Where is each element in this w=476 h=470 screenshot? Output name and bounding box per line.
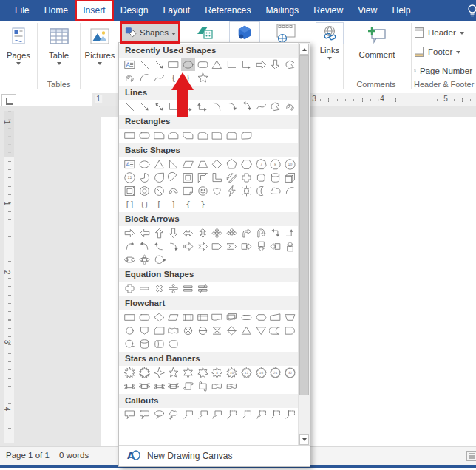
shape-equal[interactable]: [181, 282, 196, 295]
shape-chevron-arrow[interactable]: [225, 240, 239, 253]
shape-star-5[interactable]: [195, 72, 210, 84]
shape-block-arc[interactable]: [166, 185, 181, 197]
shape-cube[interactable]: [283, 171, 298, 184]
shape-rectangular-callout[interactable]: [123, 409, 137, 421]
shape-multiply[interactable]: [152, 282, 166, 295]
shape-manual-input[interactable]: [268, 311, 283, 324]
shape-chord[interactable]: [166, 171, 181, 184]
shape-curve[interactable]: [254, 101, 268, 113]
shape-trapezoid[interactable]: [195, 158, 210, 171]
shape-quad-arrow[interactable]: [210, 227, 225, 239]
shape-off-page-connector[interactable]: [137, 324, 152, 337]
shape-star-16[interactable]: 16: [254, 367, 268, 379]
links-button[interactable]: Links: [313, 22, 346, 60]
shape-line-callout-1-no-border[interactable]: [225, 409, 239, 421]
shape-lightning-bolt[interactable]: [225, 185, 239, 197]
shape-star-10[interactable]: 10: [225, 367, 239, 379]
shape-double-bracket[interactable]: []: [123, 198, 137, 211]
shape-bevel[interactable]: [123, 185, 137, 197]
shape-elbow-connector[interactable]: [166, 101, 181, 113]
shape-heart[interactable]: [210, 185, 225, 197]
shape-scribble[interactable]: [283, 101, 298, 113]
shape-left-arrow-callout[interactable]: [268, 240, 283, 253]
shape-delay[interactable]: [283, 324, 298, 337]
shape-star-8[interactable]: 8: [210, 367, 225, 379]
shape-data[interactable]: [166, 311, 181, 324]
shape-double-brace[interactable]: {}: [137, 198, 152, 211]
shape-elbow-double-arrow-connector[interactable]: [195, 101, 210, 113]
shape-curved-left-arrow[interactable]: [137, 240, 152, 253]
shape-star-24[interactable]: 24: [268, 367, 283, 379]
shape-half-frame[interactable]: [195, 171, 210, 184]
shape-line-callout-2-accent-bar[interactable]: [283, 409, 298, 421]
shape-left-up-arrow[interactable]: [268, 227, 283, 239]
shape-direct-access-storage[interactable]: [152, 338, 166, 350]
shape-bent-up-arrow[interactable]: [283, 227, 298, 239]
shape-cloud-callout[interactable]: [166, 409, 181, 421]
shape-no-symbol[interactable]: [152, 185, 166, 197]
shape-block-arrow-up[interactable]: [152, 227, 166, 239]
shapes-menu-scrollbar[interactable]: [298, 43, 310, 446]
shape-manual-operation[interactable]: [283, 311, 298, 324]
3d-models-button[interactable]: [229, 21, 260, 44]
tab-mailings[interactable]: Mailings: [259, 0, 307, 21]
shape-moon[interactable]: [254, 185, 268, 197]
shape-right-brace[interactable]: }: [181, 72, 196, 84]
shape-smiley-face[interactable]: [195, 185, 210, 197]
shape-line[interactable]: [123, 101, 137, 113]
shape-dodecagon[interactable]: 12: [123, 171, 137, 184]
shape-predefined-process[interactable]: [181, 311, 196, 324]
shape-line-callout-3-no-border[interactable]: [254, 409, 268, 421]
shape-curved-up-arrow[interactable]: [152, 240, 166, 253]
shape-decision[interactable]: [152, 311, 166, 324]
shape-punched-tape[interactable]: [166, 324, 181, 337]
shape-parallelogram[interactable]: [181, 158, 196, 171]
shape-line[interactable]: [137, 58, 152, 71]
shape-minus[interactable]: [137, 282, 152, 295]
shape-preparation[interactable]: [254, 311, 268, 324]
shape-arrow[interactable]: [152, 58, 166, 71]
shape-star-32[interactable]: 32: [283, 367, 298, 379]
shape-block-arrow-right[interactable]: [123, 227, 137, 239]
shape-process[interactable]: [123, 311, 137, 324]
shape-right-triangle[interactable]: [166, 158, 181, 171]
shape-block-arrow-left[interactable]: [137, 227, 152, 239]
shape-explosion-14[interactable]: [137, 367, 152, 379]
shape-block-arrow-up-down[interactable]: [195, 227, 210, 239]
shape-double-wave[interactable]: [225, 380, 239, 392]
shape-cross[interactable]: [239, 171, 254, 184]
shape-curved-double-arrow-connector[interactable]: [239, 101, 254, 113]
shape-right-brace[interactable]: }: [195, 198, 210, 211]
scroll-up-button[interactable]: [299, 44, 309, 55]
shape-divide[interactable]: [166, 282, 181, 295]
shape-vertical-scroll[interactable]: [181, 380, 196, 392]
shape-alternate-process[interactable]: [137, 311, 152, 324]
shape-cloud[interactable]: [268, 185, 283, 197]
tab-insert[interactable]: Insert: [75, 0, 112, 21]
shape-freeform[interactable]: [268, 101, 283, 113]
shape-oval[interactable]: [181, 58, 196, 71]
shape-explosion-8[interactable]: [123, 367, 137, 379]
shape-stored-data[interactable]: [268, 324, 283, 337]
shape-oval-callout[interactable]: [152, 409, 166, 421]
tab-review[interactable]: Review: [306, 0, 350, 21]
shape-ribbon-down[interactable]: [166, 380, 181, 392]
new-drawing-canvas-item[interactable]: A New Drawing Canvas: [119, 445, 310, 466]
shape-line-callout-2-no-border[interactable]: [239, 409, 254, 421]
shape-rectangle[interactable]: [123, 129, 137, 142]
shape-bent-arrow[interactable]: [239, 227, 254, 239]
shape-sun[interactable]: [239, 185, 254, 197]
shape-arc[interactable]: [283, 185, 298, 197]
shape-up-arrow-callout[interactable]: [283, 240, 298, 253]
shape-block-arrow-right[interactable]: [254, 58, 268, 71]
shape-text-box[interactable]: A: [123, 58, 137, 71]
shape-octagon[interactable]: 8: [268, 158, 283, 171]
tab-references[interactable]: References: [197, 0, 258, 21]
shape-star-4[interactable]: [152, 367, 166, 379]
shape-star-5[interactable]: [166, 367, 181, 379]
shape-quad-arrow-callout[interactable]: [137, 253, 152, 266]
shape-merge[interactable]: [254, 324, 268, 337]
page-number-button[interactable]: # Page Number: [414, 61, 476, 81]
shape-curved-connector[interactable]: [210, 101, 225, 113]
shape-sequential-access-storage[interactable]: [123, 338, 137, 350]
